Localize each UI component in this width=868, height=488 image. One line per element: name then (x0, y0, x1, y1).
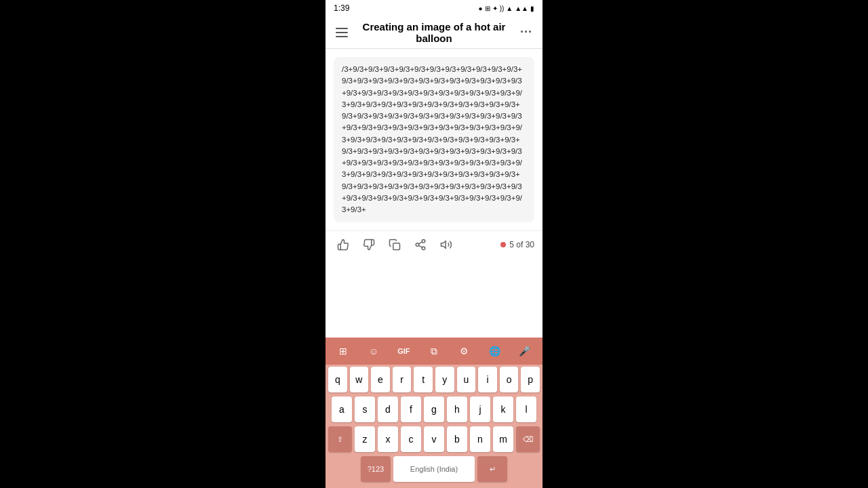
keyboard-grid-button[interactable]: ⊞ (332, 340, 354, 362)
key-p[interactable]: p (521, 367, 540, 392)
svg-line-5 (418, 242, 422, 244)
key-y[interactable]: y (435, 367, 454, 392)
key-c[interactable]: c (401, 426, 421, 452)
key-space[interactable]: English (India) (393, 456, 475, 482)
wifi-icon: ⊞ (485, 5, 490, 12)
action-bar: 5 of 30 (326, 230, 542, 258)
keyboard-row-3: ⇧ z x c v b n m ⌫ (326, 424, 542, 454)
keyboard-settings-button[interactable]: ⚙ (454, 340, 475, 362)
page-indicator: 5 of 30 (500, 240, 534, 249)
key-d[interactable]: d (378, 396, 398, 422)
key-k[interactable]: k (493, 396, 513, 422)
key-s[interactable]: s (355, 396, 375, 422)
key-e[interactable]: e (371, 367, 390, 392)
key-a[interactable]: a (332, 396, 352, 422)
message-bubble: /3+9/3+9/3+9/3+9/3+9/3+9/3+9/3+9/3+9/3+9… (334, 57, 534, 222)
key-shift[interactable]: ⇧ (328, 426, 352, 452)
key-f[interactable]: f (401, 396, 421, 422)
keyboard-globe-button[interactable]: 🌐 (484, 340, 505, 362)
hamburger-line-2 (336, 32, 348, 33)
keyboard-row-4: ?123 English (India) ↵ (326, 454, 542, 484)
key-m[interactable]: m (493, 426, 513, 452)
page-title: Creating an image of a hot air balloon (353, 21, 515, 44)
more-options-button[interactable]: ··· (515, 22, 537, 43)
status-bar: 1:39 ● ⊞ ✦ )) ▲ ▲▲ ▮ (326, 0, 542, 16)
menu-button[interactable] (331, 22, 353, 43)
key-l[interactable]: l (516, 396, 536, 422)
key-h[interactable]: h (447, 396, 467, 422)
sound-button[interactable] (437, 235, 456, 254)
keyboard-row-2: a s d f g h j k l (326, 394, 542, 424)
thumbdown-button[interactable] (359, 235, 378, 254)
key-g[interactable]: g (424, 396, 444, 422)
network-icon: ▲▲ (515, 5, 528, 12)
key-i[interactable]: i (478, 367, 497, 392)
key-n[interactable]: n (470, 426, 490, 452)
svg-point-2 (416, 243, 419, 247)
key-r[interactable]: r (393, 367, 412, 392)
hotspot-icon: )) (500, 5, 505, 12)
svg-rect-0 (393, 243, 400, 250)
share-button[interactable] (411, 235, 430, 254)
thumbup-button[interactable] (334, 235, 353, 254)
key-u[interactable]: u (457, 367, 476, 392)
key-w[interactable]: w (350, 367, 369, 392)
message-container: /3+9/3+9/3+9/3+9/3+9/3+9/3+9/3+9/3+9/3+9… (326, 49, 542, 230)
signal-icon: ● (479, 5, 483, 12)
svg-marker-6 (441, 241, 446, 249)
key-enter[interactable]: ↵ (477, 456, 507, 482)
hamburger-line-1 (336, 28, 348, 29)
keyboard-bottom (326, 484, 542, 488)
key-j[interactable]: j (470, 396, 490, 422)
svg-line-4 (418, 245, 422, 247)
keyboard-toolbar: ⊞ ☺ GIF ⧉ ⚙ 🌐 🎤 (326, 338, 542, 365)
svg-point-1 (422, 240, 425, 243)
copy-button[interactable] (385, 235, 404, 254)
key-backspace[interactable]: ⌫ (516, 426, 540, 452)
app-bar: Creating an image of a hot air balloon ·… (326, 16, 542, 49)
key-t[interactable]: t (414, 367, 433, 392)
key-q[interactable]: q (328, 367, 347, 392)
status-time: 1:39 (334, 3, 349, 13)
key-z[interactable]: z (355, 426, 375, 452)
signal-bars-icon: ▲ (506, 5, 513, 12)
svg-point-3 (422, 247, 425, 250)
phone-frame: 1:39 ● ⊞ ✦ )) ▲ ▲▲ ▮ Creating an image o… (326, 0, 542, 488)
bluetooth-icon: ✦ (492, 5, 498, 12)
keyboard-smiley-button[interactable]: ☺ (363, 340, 384, 362)
key-numbers[interactable]: ?123 (361, 456, 391, 482)
keyboard-row-1: q w e r t y u i o p (326, 365, 542, 394)
page-count: 5 of 30 (509, 240, 534, 249)
status-icons: ● ⊞ ✦ )) ▲ ▲▲ ▮ (479, 5, 534, 12)
empty-space (326, 258, 542, 338)
page-dot (500, 242, 506, 247)
key-v[interactable]: v (424, 426, 444, 452)
battery-icon: ▮ (530, 5, 534, 12)
keyboard-area[interactable]: ⊞ ☺ GIF ⧉ ⚙ 🌐 🎤 q w e r t y u i o p a s … (326, 338, 542, 488)
key-b[interactable]: b (447, 426, 467, 452)
keyboard-gif-button[interactable]: GIF (393, 340, 414, 362)
key-o[interactable]: o (500, 367, 519, 392)
keyboard-mic-button[interactable]: 🎤 (514, 340, 536, 362)
keyboard-clipboard-button[interactable]: ⧉ (423, 340, 445, 362)
key-x[interactable]: x (378, 426, 398, 452)
hamburger-line-3 (336, 36, 348, 37)
content-area: /3+9/3+9/3+9/3+9/3+9/3+9/3+9/3+9/3+9/3+9… (326, 49, 542, 338)
message-text: /3+9/3+9/3+9/3+9/3+9/3+9/3+9/3+9/3+9/3+9… (342, 65, 522, 214)
